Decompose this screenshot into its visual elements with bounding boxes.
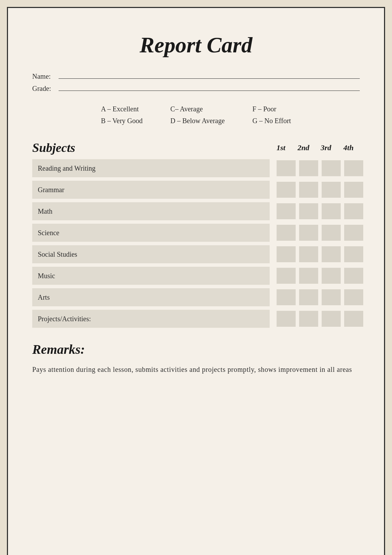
quarter-2-label: 2nd <box>292 143 315 152</box>
grade-row: Grade: <box>32 84 360 93</box>
grade-box-q1[interactable] <box>277 160 296 176</box>
student-fields: Name: Grade: <box>32 72 360 93</box>
grade-box-q3[interactable] <box>322 225 341 241</box>
grade-box-q3[interactable] <box>322 311 341 327</box>
grade-box-q1[interactable] <box>277 268 296 284</box>
grade-box-q4[interactable] <box>344 289 363 305</box>
quarter-1-label: 1st <box>270 143 292 152</box>
grade-box-q2[interactable] <box>299 182 318 198</box>
grade-line <box>59 84 360 91</box>
table-row: Projects/Activities: <box>32 310 360 328</box>
name-label: Name: <box>32 72 56 80</box>
grade-box-q3[interactable] <box>322 289 341 305</box>
name-line <box>59 72 360 79</box>
grade-boxes <box>270 268 360 284</box>
subject-name: Projects/Activities: <box>32 310 270 328</box>
grade-boxes <box>270 203 360 219</box>
table-row: Grammar <box>32 181 360 199</box>
legend-item-b: B – Very Good <box>101 115 142 127</box>
remarks-text: Pays attention during each lesson, submi… <box>32 363 360 376</box>
subject-name: Arts <box>32 288 270 306</box>
legend-col-2: C– Average D – Below Average <box>171 103 225 127</box>
grade-box-q2[interactable] <box>299 203 318 219</box>
grade-box-q2[interactable] <box>299 289 318 305</box>
grade-box-q4[interactable] <box>344 225 363 241</box>
grade-box-q1[interactable] <box>277 246 296 262</box>
subjects-header: Subjects 1st 2nd 3rd 4th <box>32 140 360 155</box>
table-row: Science <box>32 224 360 242</box>
grade-box-q3[interactable] <box>322 246 341 262</box>
grade-boxes <box>270 160 360 176</box>
grade-box-q4[interactable] <box>344 311 363 327</box>
grade-box-q4[interactable] <box>344 160 363 176</box>
grade-box-q1[interactable] <box>277 289 296 305</box>
grade-box-q4[interactable] <box>344 203 363 219</box>
grade-legend: A – Excellent B – Very Good C– Average D… <box>32 103 360 127</box>
grade-label: Grade: <box>32 85 56 93</box>
name-row: Name: <box>32 72 360 80</box>
grade-box-q1[interactable] <box>277 225 296 241</box>
grade-box-q3[interactable] <box>322 203 341 219</box>
remarks-section: Remarks: Pays attention during each less… <box>32 342 360 376</box>
grade-box-q3[interactable] <box>322 182 341 198</box>
legend-col-3: F – Poor G – No Effort <box>252 103 291 127</box>
grade-box-q2[interactable] <box>299 160 318 176</box>
subject-name: Science <box>32 224 270 242</box>
grade-box-q3[interactable] <box>322 160 341 176</box>
subject-name: Math <box>32 202 270 220</box>
subjects-list: Reading and WritingGrammarMathScienceSoc… <box>32 159 360 328</box>
grade-boxes <box>270 182 360 198</box>
quarter-4-label: 4th <box>337 143 360 152</box>
grade-box-q4[interactable] <box>344 182 363 198</box>
legend-item-c: C– Average <box>171 103 225 115</box>
grade-box-q1[interactable] <box>277 311 296 327</box>
quarter-headers: 1st 2nd 3rd 4th <box>270 143 360 152</box>
subject-name: Music <box>32 267 270 285</box>
legend-item-d: D – Below Average <box>171 115 225 127</box>
grade-boxes <box>270 225 360 241</box>
grade-boxes <box>270 289 360 305</box>
grade-box-q3[interactable] <box>322 268 341 284</box>
table-row: Math <box>32 202 360 220</box>
grade-box-q1[interactable] <box>277 203 296 219</box>
table-row: Music <box>32 267 360 285</box>
grade-box-q4[interactable] <box>344 268 363 284</box>
grade-box-q2[interactable] <box>299 268 318 284</box>
grade-box-q4[interactable] <box>344 246 363 262</box>
page-title: Report Card <box>32 32 360 58</box>
legend-col-1: A – Excellent B – Very Good <box>101 103 142 127</box>
legend-item-f: F – Poor <box>252 103 291 115</box>
subject-name: Reading and Writing <box>32 159 270 177</box>
grade-boxes <box>270 246 360 262</box>
legend-item-a: A – Excellent <box>101 103 142 115</box>
table-row: Reading and Writing <box>32 159 360 177</box>
quarter-3-label: 3rd <box>315 143 337 152</box>
subject-name: Social Studies <box>32 245 270 263</box>
grade-box-q1[interactable] <box>277 182 296 198</box>
grade-box-q2[interactable] <box>299 246 318 262</box>
table-row: Arts <box>32 288 360 306</box>
legend-item-g: G – No Effort <box>252 115 291 127</box>
table-row: Social Studies <box>32 245 360 263</box>
remarks-title: Remarks: <box>32 342 360 357</box>
subjects-title: Subjects <box>32 140 270 155</box>
grade-box-q2[interactable] <box>299 225 318 241</box>
report-card-page: Report Card Name: Grade: A – Excellent B… <box>7 7 385 555</box>
grade-box-q2[interactable] <box>299 311 318 327</box>
grade-boxes <box>270 311 360 327</box>
subject-name: Grammar <box>32 181 270 199</box>
